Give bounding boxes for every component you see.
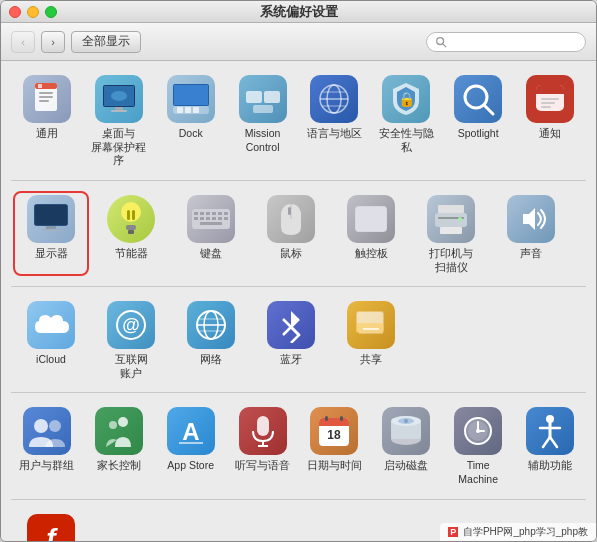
icon-item-network[interactable]: 网络 [171,295,251,384]
watermark-icon: P [448,527,458,537]
mission-label: Mission Control [245,127,281,154]
icon-item-sound[interactable]: 声音 [491,189,571,278]
svg-rect-60 [288,207,291,215]
icon-item-startup[interactable]: 启动磁盘 [370,401,442,490]
search-input[interactable] [451,36,577,48]
desktop-icon [95,75,143,123]
keyboard-icon [187,195,235,243]
icon-item-security[interactable]: 🔒 安全性与隐私 [370,69,442,172]
svg-rect-19 [246,91,262,103]
icon-item-datetime[interactable]: 18 日期与时间 [299,401,371,490]
svg-rect-35 [541,106,551,108]
svg-rect-12 [111,110,127,112]
svg-point-83 [109,421,117,429]
svg-rect-94 [340,416,343,421]
icon-item-bluetooth[interactable]: 蓝牙 [251,295,331,384]
datetime-label: 日期与时间 [307,459,362,473]
icon-item-general[interactable]: 通用 [11,69,83,172]
divider-4 [11,499,586,500]
icon-item-display[interactable]: 显示器 [11,189,91,278]
svg-text:@: @ [122,315,140,335]
svg-point-40 [121,202,141,222]
icon-item-language[interactable]: 语言与地区 [299,69,371,172]
hardware-row: 显示器 节能器 [11,189,586,278]
personal-row: 通用 桌面与 屏幕保护程序 [11,69,586,172]
bluetooth-label: 蓝牙 [280,353,302,367]
svg-point-67 [458,217,462,221]
svg-rect-57 [224,217,228,220]
minimize-button[interactable] [27,6,39,18]
sharing-label: 共享 [360,353,382,367]
internet-row: iCloud @ 互联网 账户 [11,295,586,384]
icon-item-users[interactable]: 用户与群组 [11,401,83,490]
svg-rect-54 [206,217,210,220]
timemachine-label: Time Machine [446,459,510,486]
notify-label: 通知 [539,127,561,141]
icon-item-trackpad[interactable]: 触控板 [331,189,411,278]
svg-point-82 [118,417,128,427]
content-area: 通用 桌面与 屏幕保护程序 [1,61,596,541]
appstore-label: App Store [167,459,214,473]
search-box[interactable] [426,32,586,52]
svg-rect-4 [38,84,42,88]
svg-rect-64 [435,213,467,227]
system-preferences-window: 系统偏好设置 ‹ › 全部显示 [0,0,597,542]
icon-item-dock[interactable]: Dock [155,69,227,172]
svg-rect-33 [541,98,559,100]
svg-rect-46 [194,212,198,215]
icon-item-access[interactable]: 辅助功能 [514,401,586,490]
desktop-label: 桌面与 屏幕保护程序 [87,127,151,168]
icon-item-icloud[interactable]: iCloud [11,295,91,384]
svg-line-109 [550,437,557,447]
icon-item-sharing[interactable]: 共享 [331,295,411,384]
titlebar: 系统偏好设置 [1,1,596,23]
icon-item-keyboard[interactable]: 键盘 [171,189,251,278]
show-all-button[interactable]: 全部显示 [71,31,141,53]
icon-item-desktop[interactable]: 桌面与 屏幕保护程序 [83,69,155,172]
svg-rect-37 [35,205,67,225]
icon-item-appstore[interactable]: A App Store [155,401,227,490]
icon-item-timemachine[interactable]: Time Machine [442,401,514,490]
svg-rect-44 [128,230,134,234]
svg-rect-21 [253,105,273,113]
icon-item-mouse[interactable]: 鼠标 [251,189,331,278]
energy-label: 节能器 [115,247,148,261]
svg-rect-32 [536,90,564,94]
icon-item-dictation[interactable]: 听写与语音 [227,401,299,490]
svg-rect-6 [39,96,53,98]
svg-rect-50 [218,212,222,215]
icon-item-internet[interactable]: @ 互联网 账户 [91,295,171,384]
divider-3 [11,392,586,393]
icon-item-print[interactable]: 打印机与 扫描仪 [411,189,491,278]
keyboard-label: 键盘 [200,247,222,261]
startup-label: 启动磁盘 [384,459,428,473]
network-label: 网络 [200,353,222,367]
icon-item-spotlight[interactable]: Spotlight [442,69,514,172]
icon-item-energy[interactable]: 节能器 [91,189,171,278]
svg-rect-51 [224,212,228,215]
back-button[interactable]: ‹ [11,31,35,53]
dock-icon [167,75,215,123]
svg-rect-58 [200,222,222,225]
svg-rect-79 [356,323,384,333]
svg-rect-43 [126,225,136,230]
svg-rect-41 [127,210,130,220]
close-button[interactable] [9,6,21,18]
dock-label: Dock [179,127,203,141]
window-title: 系统偏好设置 [260,3,338,21]
svg-rect-86 [257,416,269,436]
maximize-button[interactable] [45,6,57,18]
icon-item-flash[interactable]: f Flash Player [11,508,91,541]
sound-label: 声音 [520,247,542,261]
display-icon [27,195,75,243]
icon-item-parental[interactable]: 家长控制 [83,401,155,490]
svg-rect-16 [177,107,183,113]
svg-rect-39 [42,229,60,231]
print-label: 打印机与 扫描仪 [429,247,473,274]
svg-text:🔒: 🔒 [398,91,416,108]
svg-rect-47 [200,212,204,215]
forward-button[interactable]: › [41,31,65,53]
icon-item-notify[interactable]: 通知 [514,69,586,172]
icon-item-mission[interactable]: Mission Control [227,69,299,172]
svg-rect-93 [325,416,328,421]
